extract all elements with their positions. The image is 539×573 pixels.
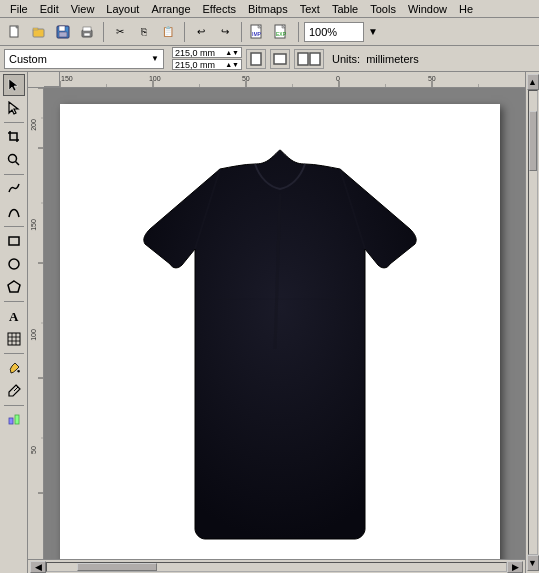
scroll-down-button[interactable]: ▼ <box>527 555 539 571</box>
selection-tool[interactable] <box>3 74 25 96</box>
height-arrows[interactable]: ▲▼ <box>225 62 239 67</box>
width-value: 215,0 mm <box>175 48 215 58</box>
menu-table[interactable]: Table <box>326 2 364 16</box>
menu-file[interactable]: File <box>4 2 34 16</box>
menu-arrange[interactable]: Arrange <box>145 2 196 16</box>
scroll-track-v[interactable] <box>528 90 538 555</box>
cut-button[interactable]: ✂ <box>109 21 131 43</box>
undo-button[interactable]: ↩ <box>190 21 212 43</box>
crop-tool[interactable] <box>3 126 25 148</box>
tool-sep-1 <box>4 122 24 123</box>
portrait-button[interactable] <box>246 49 266 69</box>
menu-tools[interactable]: Tools <box>364 2 402 16</box>
zoom-tool[interactable] <box>3 149 25 171</box>
scroll-up-button[interactable]: ▲ <box>527 74 539 90</box>
table-tool[interactable] <box>3 328 25 350</box>
svg-rect-19 <box>310 53 320 65</box>
menu-text[interactable]: Text <box>294 2 326 16</box>
svg-rect-6 <box>59 32 67 37</box>
width-arrows[interactable]: ▲▼ <box>225 50 239 55</box>
facing-pages-button[interactable] <box>294 49 324 69</box>
import-button[interactable]: IMP <box>247 21 269 43</box>
svg-rect-17 <box>274 54 286 64</box>
scrollbar-horizontal[interactable]: ◀ ▶ <box>28 559 525 573</box>
svg-rect-9 <box>84 33 90 36</box>
scroll-thumb-h[interactable] <box>77 563 157 571</box>
export-button[interactable]: EXP <box>271 21 293 43</box>
fill-tool[interactable] <box>3 357 25 379</box>
canvas-wrapper: 150 100 50 0 50 <box>28 72 525 573</box>
shape-tool[interactable] <box>3 97 25 119</box>
units-value: millimeters <box>366 53 419 65</box>
ruler-top: 150 100 50 0 50 <box>28 72 525 88</box>
menu-help[interactable]: He <box>453 2 479 16</box>
svg-marker-21 <box>9 102 18 114</box>
units-label: Units: <box>332 53 360 65</box>
paste-button[interactable]: 📋 <box>157 21 179 43</box>
tshirt-image <box>90 134 470 559</box>
menu-window[interactable]: Window <box>402 2 453 16</box>
canvas-scroll-area: 200 150 100 50 <box>28 88 525 559</box>
svg-rect-8 <box>83 27 91 31</box>
copy-button[interactable]: ⎘ <box>133 21 155 43</box>
tool-sep-6 <box>4 405 24 406</box>
open-button[interactable] <box>28 21 50 43</box>
landscape-button[interactable] <box>270 49 290 69</box>
svg-line-23 <box>15 162 19 166</box>
toolbar: ✂ ⎘ 📋 ↩ ↪ IMP EXP 100% ▼ <box>0 18 539 46</box>
menu-view[interactable]: View <box>65 2 101 16</box>
interactive-tool[interactable] <box>3 409 25 431</box>
redo-button[interactable]: ↪ <box>214 21 236 43</box>
polygon-tool[interactable] <box>3 276 25 298</box>
zoom-level[interactable]: 100% <box>304 22 364 42</box>
svg-text:A: A <box>9 309 19 323</box>
svg-text:150: 150 <box>30 219 37 231</box>
menu-effects[interactable]: Effects <box>197 2 242 16</box>
width-input[interactable]: 215,0 mm ▲▼ <box>172 47 242 58</box>
zoom-dropdown-button[interactable]: ▼ <box>366 21 380 43</box>
rect-tool[interactable] <box>3 230 25 252</box>
bezier-tool[interactable] <box>3 201 25 223</box>
canvas-content[interactable] <box>44 88 525 559</box>
height-input[interactable]: 215,0 mm ▲▼ <box>172 59 242 70</box>
sep3 <box>241 22 242 42</box>
sep4 <box>298 22 299 42</box>
scrollbar-vertical[interactable]: ▲ ▼ <box>525 72 539 573</box>
scroll-right-button[interactable]: ▶ <box>507 561 523 573</box>
page-size-dropdown[interactable]: Custom ▼ <box>4 49 164 69</box>
options-bar: Custom ▼ 215,0 mm ▲▼ 215,0 mm ▲▼ Units: … <box>0 46 539 72</box>
svg-text:50: 50 <box>30 446 37 454</box>
scroll-track-h[interactable] <box>46 562 507 572</box>
svg-text:150: 150 <box>61 75 73 82</box>
dropdown-label: Custom <box>9 53 47 65</box>
menu-bar: File Edit View Layout Arrange Effects Bi… <box>0 0 539 18</box>
canvas-page <box>60 104 500 559</box>
new-button[interactable] <box>4 21 26 43</box>
svg-text:EXP: EXP <box>276 31 287 37</box>
freehand-tool[interactable] <box>3 178 25 200</box>
main-area: A 150 100 <box>0 72 539 573</box>
svg-rect-5 <box>59 26 65 31</box>
ruler-left: 200 150 100 50 <box>28 88 44 559</box>
svg-rect-24 <box>9 237 19 245</box>
svg-point-25 <box>9 259 19 269</box>
svg-text:50: 50 <box>242 75 250 82</box>
scroll-left-button[interactable]: ◀ <box>30 561 46 573</box>
ellipse-tool[interactable] <box>3 253 25 275</box>
tool-sep-4 <box>4 301 24 302</box>
menu-bitmaps[interactable]: Bitmaps <box>242 2 294 16</box>
svg-rect-3 <box>33 28 38 30</box>
menu-edit[interactable]: Edit <box>34 2 65 16</box>
svg-rect-35 <box>15 415 19 424</box>
sep1 <box>103 22 104 42</box>
save-button[interactable] <box>52 21 74 43</box>
dropdown-arrow-icon: ▼ <box>151 54 159 63</box>
eyedropper-tool[interactable] <box>3 380 25 402</box>
svg-text:200: 200 <box>30 119 37 131</box>
tool-sep-5 <box>4 353 24 354</box>
scroll-thumb-v[interactable] <box>529 111 537 171</box>
svg-text:100: 100 <box>149 75 161 82</box>
print-button[interactable] <box>76 21 98 43</box>
menu-layout[interactable]: Layout <box>100 2 145 16</box>
text-tool[interactable]: A <box>3 305 25 327</box>
